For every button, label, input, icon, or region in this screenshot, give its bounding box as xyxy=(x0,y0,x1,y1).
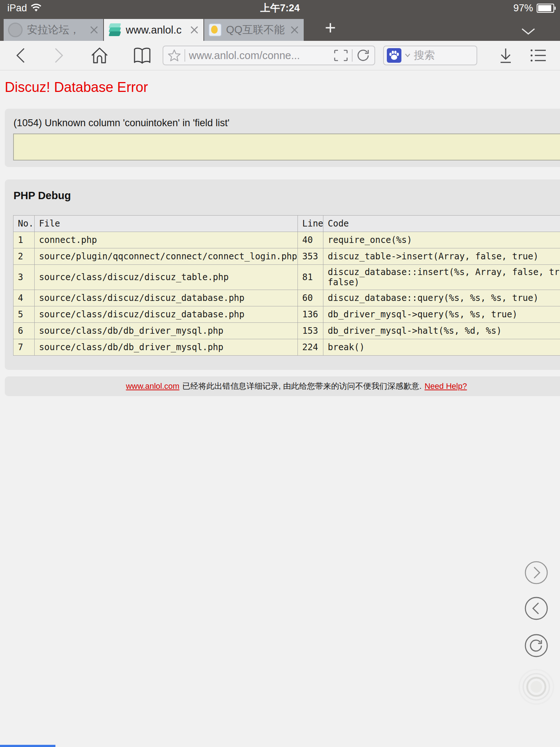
chevron-down-icon[interactable] xyxy=(521,27,536,36)
cell-line: 224 xyxy=(298,339,323,356)
cell-file: source/plugin/qqconnect/connect/connect_… xyxy=(35,248,298,265)
tab-bar: 安拉论坛， www.anlol.c QQ互联不能 + xyxy=(0,16,560,41)
clock: 上午7:24 xyxy=(0,1,560,15)
debug-table-body: 1connect.php40require_once(%s)2source/pl… xyxy=(13,232,560,356)
cell-code: discuz_table->insert(Array, false, true) xyxy=(323,248,560,265)
download-icon[interactable] xyxy=(498,47,514,64)
tab-title: www.anlol.c xyxy=(126,24,185,36)
php-debug-box: PHP Debug No.FileLineCode 1connect.php40… xyxy=(5,179,560,370)
cell-no: 4 xyxy=(13,290,35,306)
footer-notice-box: www.anlol.com 已经将此出错信息详细记录, 由此给您带来的访问不便我… xyxy=(5,376,560,396)
cell-no: 2 xyxy=(13,248,35,265)
page-title: Discuz! Database Error xyxy=(5,80,148,95)
cell-code: db_driver_mysql->halt(%s, %d, %s) xyxy=(323,323,560,339)
cell-no: 1 xyxy=(13,232,35,248)
cell-code: require_once(%s) xyxy=(323,232,560,248)
cell-code: discuz_database::insert(%s, Array, false… xyxy=(323,265,560,290)
new-tab-button[interactable]: + xyxy=(325,17,336,41)
tab-title: QQ互联不能 xyxy=(226,23,285,37)
cell-file: source/class/discuz/discuz_table.php xyxy=(35,265,298,290)
battery-percent: 97% xyxy=(513,3,533,14)
reload-icon[interactable] xyxy=(356,49,370,62)
cell-no: 7 xyxy=(13,339,35,356)
address-bar[interactable]: www.anlol.com/conne... xyxy=(163,46,375,65)
cell-line: 81 xyxy=(298,265,323,290)
divider xyxy=(352,49,353,62)
floating-back-button[interactable] xyxy=(524,596,548,620)
php-debug-heading: PHP Debug xyxy=(13,190,560,202)
cell-line: 136 xyxy=(298,306,323,323)
baidu-search-icon[interactable] xyxy=(387,48,401,63)
bookmarks-button[interactable] xyxy=(133,47,152,64)
reader-view-icon[interactable] xyxy=(334,49,348,62)
close-tab-icon[interactable] xyxy=(89,25,99,35)
footer-message: 已经将此出错信息详细记录, 由此给您带来的访问不便我们深感歉意. xyxy=(182,381,421,392)
divider xyxy=(184,49,185,62)
tab-title: 安拉论坛， xyxy=(27,23,85,37)
anlol-favicon xyxy=(108,23,121,36)
globe-favicon xyxy=(8,23,23,37)
sql-query-box: REPLACE INTO common_connect_guest SET `c… xyxy=(13,133,560,160)
selection-highlight-strip xyxy=(0,745,55,747)
table-row: 7source/class/db/db_driver_mysql.php224b… xyxy=(13,339,560,356)
error-summary-box: (1054) Unknown column 'conuintoken' in '… xyxy=(5,109,560,167)
bookmark-star-icon[interactable] xyxy=(168,49,181,62)
browser-window: iPad 上午7:24 97% 安拉论坛， www.anl xyxy=(0,0,560,747)
floating-forward-button[interactable] xyxy=(524,561,548,585)
search-placeholder: 搜索 xyxy=(414,48,435,63)
debug-column-header: Line xyxy=(298,216,323,232)
forward-button[interactable] xyxy=(54,47,64,63)
tab-anlol-active[interactable]: www.anlol.c xyxy=(104,19,203,41)
reading-list-icon[interactable] xyxy=(530,48,547,63)
debug-table: No.FileLineCode 1connect.php40require_on… xyxy=(13,215,560,356)
status-bar: iPad 上午7:24 97% xyxy=(0,0,560,16)
debug-column-header: No. xyxy=(13,216,35,232)
url-text: www.anlol.com/conne... xyxy=(189,50,330,62)
cell-file: source/class/discuz/discuz_database.php xyxy=(35,306,298,323)
assistive-touch-button[interactable] xyxy=(518,669,555,705)
cell-file: source/class/db/db_driver_mysql.php xyxy=(35,339,298,356)
debug-table-header: No.FileLineCode xyxy=(13,216,560,232)
floating-reload-button[interactable] xyxy=(524,634,548,658)
cell-code: db_driver_mysql->query(%s, %s, true) xyxy=(323,306,560,323)
search-engine-chevron-icon[interactable] xyxy=(404,53,411,58)
navigation-toolbar: www.anlol.com/conne... xyxy=(0,41,560,70)
table-row: 6source/class/db/db_driver_mysql.php153d… xyxy=(13,323,560,339)
cell-file: source/class/db/db_driver_mysql.php xyxy=(35,323,298,339)
table-row: 1connect.php40require_once(%s) xyxy=(13,232,560,248)
cell-code: discuz_database::query(%s, %s, %s, true) xyxy=(323,290,560,306)
tab-anla-forum[interactable]: 安拉论坛， xyxy=(4,19,103,41)
table-row: 3source/class/discuz/discuz_table.php81d… xyxy=(13,265,560,290)
close-tab-icon[interactable] xyxy=(290,25,299,35)
error-message: (1054) Unknown column 'conuintoken' in '… xyxy=(13,117,560,129)
battery-icon xyxy=(537,4,554,13)
cell-file: connect.php xyxy=(35,232,298,248)
debug-column-header: File xyxy=(35,216,298,232)
cell-line: 60 xyxy=(298,290,323,306)
cell-line: 153 xyxy=(298,323,323,339)
cell-no: 3 xyxy=(13,265,35,290)
table-row: 2source/plugin/qqconnect/connect/connect… xyxy=(13,248,560,265)
sql-line-1: REPLACE INTO common_connect_guest SET `c… xyxy=(21,158,560,160)
cell-file: source/class/discuz/discuz_database.php xyxy=(35,290,298,306)
cell-line: 353 xyxy=(298,248,323,265)
need-help-link[interactable]: Need Help? xyxy=(424,382,467,391)
cell-no: 6 xyxy=(13,323,35,339)
close-tab-icon[interactable] xyxy=(190,25,199,35)
cell-no: 5 xyxy=(13,306,35,323)
site-link[interactable]: www.anlol.com xyxy=(126,382,179,391)
home-button[interactable] xyxy=(90,47,109,64)
cell-code: break() xyxy=(323,339,560,356)
tab-qq-connect[interactable]: QQ互联不能 xyxy=(204,19,304,41)
cell-line: 40 xyxy=(298,232,323,248)
search-field[interactable]: 搜索 xyxy=(383,46,477,65)
qq-favicon xyxy=(209,23,222,36)
table-row: 4source/class/discuz/discuz_database.php… xyxy=(13,290,560,306)
debug-column-header: Code xyxy=(323,216,560,232)
back-button[interactable] xyxy=(15,47,26,63)
table-row: 5source/class/discuz/discuz_database.php… xyxy=(13,306,560,323)
